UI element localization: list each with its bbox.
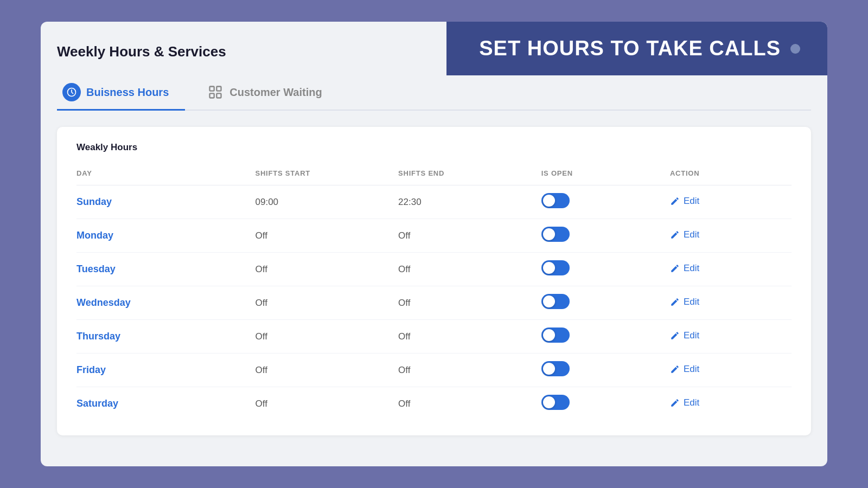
header-banner: SET HOURS TO TAKE CALLS <box>446 22 827 75</box>
action-cell: Edit <box>670 253 792 286</box>
banner-dot <box>790 44 800 54</box>
shifts-end-cell: Off <box>398 253 541 286</box>
edit-label: Edit <box>684 229 699 240</box>
table-row: ThursdayOffOff Edit <box>76 320 792 354</box>
shifts-end-cell: Off <box>398 219 541 253</box>
toggle-track <box>541 294 570 309</box>
shifts-start-cell: Off <box>256 219 399 253</box>
action-cell: Edit <box>670 387 792 421</box>
table-row: WednesdayOffOff Edit <box>76 286 792 320</box>
day-name: Sunday <box>76 196 112 207</box>
edit-button[interactable]: Edit <box>670 364 699 375</box>
toggle-thumb <box>543 329 555 341</box>
action-cell: Edit <box>670 286 792 320</box>
toggle-switch[interactable] <box>541 395 570 410</box>
shifts-start-cell: Off <box>256 253 399 286</box>
shifts-start-cell: 09:00 <box>256 185 399 219</box>
day-name: Saturday <box>76 398 118 409</box>
edit-button[interactable]: Edit <box>670 263 699 274</box>
day-name: Friday <box>76 364 106 375</box>
is-open-cell <box>541 286 670 320</box>
edit-button[interactable]: Edit <box>670 229 699 240</box>
action-cell: Edit <box>670 185 792 219</box>
toggle-thumb <box>543 228 555 240</box>
shifts-end-cell: 22:30 <box>398 185 541 219</box>
table-row: MondayOffOff Edit <box>76 219 792 253</box>
tab-business-hours-label: Buisness Hours <box>86 86 169 99</box>
banner-title: SET HOURS TO TAKE CALLS <box>479 37 781 60</box>
action-cell: Edit <box>670 219 792 253</box>
edit-label: Edit <box>684 263 699 274</box>
pencil-icon <box>670 297 680 307</box>
toggle-switch[interactable] <box>541 193 570 208</box>
is-open-cell <box>541 219 670 253</box>
day-cell: Thursday <box>76 320 256 354</box>
svg-rect-2 <box>217 87 221 91</box>
pencil-icon <box>670 331 680 341</box>
toggle-thumb <box>543 262 555 274</box>
toggle-thumb <box>543 296 555 307</box>
day-cell: Tuesday <box>76 253 256 286</box>
day-name: Wednesday <box>76 297 131 308</box>
shifts-end-cell: Off <box>398 387 541 421</box>
edit-button[interactable]: Edit <box>670 297 699 307</box>
is-open-cell <box>541 253 670 286</box>
tab-customer-waiting-label: Customer Waiting <box>229 86 322 99</box>
edit-button[interactable]: Edit <box>670 397 699 408</box>
tabs-row: Buisness Hours Customer Waiting <box>57 76 811 111</box>
toggle-switch[interactable] <box>541 328 570 343</box>
clock-icon <box>62 83 81 101</box>
col-day: DAY <box>76 165 256 185</box>
toggle-track <box>541 260 570 275</box>
day-name: Thursday <box>76 331 120 342</box>
day-cell: Sunday <box>76 185 256 219</box>
tab-business-hours[interactable]: Buisness Hours <box>57 76 185 111</box>
col-shifts-start: SHIFTS START <box>256 165 399 185</box>
table-body: Sunday09:0022:30 Edit MondayOffOff Edit … <box>76 185 792 421</box>
pencil-icon <box>670 196 680 206</box>
content-card: Weakly Hours DAY SHIFTS START SHIFTS END… <box>57 127 811 435</box>
toggle-switch[interactable] <box>541 227 570 242</box>
toggle-switch[interactable] <box>541 361 570 376</box>
toggle-thumb <box>543 363 555 375</box>
page-wrapper: SET HOURS TO TAKE CALLS Weekly Hours & S… <box>0 0 868 488</box>
day-name: Monday <box>76 230 113 241</box>
edit-label: Edit <box>684 297 699 307</box>
toggle-thumb <box>543 396 555 408</box>
hours-table: DAY SHIFTS START SHIFTS END IS OPEN ACTI… <box>76 165 792 420</box>
toggle-track <box>541 193 570 208</box>
toggle-thumb <box>543 195 555 207</box>
is-open-cell <box>541 387 670 421</box>
day-cell: Monday <box>76 219 256 253</box>
edit-button[interactable]: Edit <box>670 196 699 207</box>
section-title: Weakly Hours <box>76 142 792 153</box>
table-row: SaturdayOffOff Edit <box>76 387 792 421</box>
toggle-track <box>541 361 570 376</box>
day-cell: Friday <box>76 354 256 387</box>
edit-button[interactable]: Edit <box>670 330 699 341</box>
pencil-icon <box>670 230 680 240</box>
toggle-switch[interactable] <box>541 294 570 309</box>
svg-rect-3 <box>210 93 214 98</box>
shifts-start-cell: Off <box>256 286 399 320</box>
edit-label: Edit <box>684 330 699 341</box>
col-shifts-end: SHIFTS END <box>398 165 541 185</box>
svg-rect-1 <box>210 87 214 91</box>
table-row: Sunday09:0022:30 Edit <box>76 185 792 219</box>
toggle-switch[interactable] <box>541 260 570 275</box>
tab-customer-waiting[interactable]: Customer Waiting <box>201 77 338 110</box>
edit-label: Edit <box>684 364 699 375</box>
is-open-cell <box>541 185 670 219</box>
pencil-icon <box>670 398 680 408</box>
shifts-start-cell: Off <box>256 354 399 387</box>
shifts-start-cell: Off <box>256 320 399 354</box>
main-card: SET HOURS TO TAKE CALLS Weekly Hours & S… <box>41 22 827 466</box>
action-cell: Edit <box>670 354 792 387</box>
day-name: Tuesday <box>76 264 116 274</box>
table-header: DAY SHIFTS START SHIFTS END IS OPEN ACTI… <box>76 165 792 185</box>
is-open-cell <box>541 320 670 354</box>
pencil-icon <box>670 264 680 273</box>
edit-label: Edit <box>684 196 699 207</box>
svg-rect-4 <box>217 93 221 98</box>
day-cell: Saturday <box>76 387 256 421</box>
